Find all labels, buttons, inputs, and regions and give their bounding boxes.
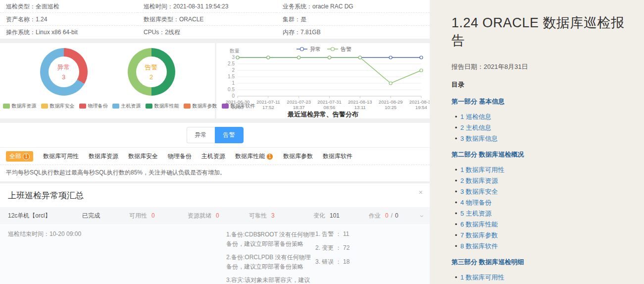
x-tick-time: 10:25 [385, 105, 396, 109]
info-field: 集群：是 [277, 13, 430, 26]
x-tick-date: 2021-08-29 [379, 99, 403, 105]
report-toc-panel: 1.24 ORACLE 数据库巡检报告 报告日期：2021年8月31日 目录 第… [431, 0, 644, 284]
legend-item: 数据库软件 [222, 103, 255, 110]
x-tick-time: 08:56 [324, 105, 336, 109]
filter-db-availability[interactable]: 数据库可用性 [43, 152, 79, 161]
info-field: 业务系统：oracle RAC DG [277, 0, 430, 13]
legend-item: 数据库参数 [184, 103, 217, 110]
stat-item: 1. 告警 ： 11 [315, 230, 422, 238]
y-tick-label: 1.5 [228, 74, 235, 79]
toc-link[interactable]: 3 数据库安全 [460, 188, 498, 195]
legend-item: 数据库安全 [41, 103, 75, 110]
table-row[interactable]: 12c单机【orcl】 已完成 可用性0 资源就绪0 可靠性3 变化101 作业… [0, 207, 430, 225]
filter-db-parameter[interactable]: 数据库参数 [283, 152, 313, 161]
issue-filter-card: 异常 告警 全部1 数据库可用性 数据库资源 数据库安全 物理备份 主机资源 数… [0, 123, 430, 181]
stat-item: 2. 变更 ： 72 [315, 244, 422, 252]
toc-link[interactable]: 1 巡检信息 [460, 113, 492, 120]
info-label: 巡检类型 [6, 3, 30, 10]
toc-link[interactable]: 1 数据库可用性 [460, 274, 504, 281]
inspection-info-card: 巡检类型：全面巡检 巡检时间：2021-08-31 19:54:23 业务系统：… [0, 0, 430, 39]
toc-link[interactable]: 7 数据库参数 [460, 231, 498, 239]
x-tick-date: 2021-08-13 [348, 99, 372, 105]
x-tick-date: 2021-07-23 [287, 99, 311, 105]
y-tick-label: 2 [232, 67, 235, 73]
info-field: CPUs：2线程 [138, 26, 277, 39]
legend-item: 主机资源 [112, 103, 141, 110]
findings-list: 1.备份:CDB$ROOT 没有任何物理备份，建议立即部署备份策略 2.备份:O… [226, 230, 315, 284]
series-legend[interactable]: 异常 [310, 46, 321, 52]
filter-physical-backup[interactable]: 物理备份 [168, 152, 192, 161]
legend-item: 数据库性能 [146, 103, 179, 110]
inspection-end-time: 巡检结束时间：10-20 09:00 [8, 230, 226, 284]
toc-link[interactable]: 2 数据库资源 [460, 177, 498, 184]
tab-abnormal[interactable]: 异常 [187, 127, 215, 143]
toc-section-title[interactable]: 第二部分 数据库巡检概况 [451, 150, 632, 159]
report-date: 报告日期：2021年8月31日 [451, 62, 632, 71]
chevron-down-icon[interactable]: › [419, 215, 427, 217]
legend-item: 数据库资源 [3, 103, 37, 110]
toc-link[interactable]: 2 主机信息 [460, 124, 492, 131]
toc-section-1: 第一部分 基本信息 1 巡检信息 2 主机信息 3 数据库信息 [451, 97, 632, 142]
y-axis-title: 数量 [229, 48, 240, 54]
toc-heading: 目录 [451, 80, 632, 89]
tab-alert[interactable]: 告警 [215, 127, 244, 143]
x-tick-time: 19:54 [415, 105, 427, 109]
info-field: 巡检类型：全面巡检 [0, 0, 138, 13]
filter-host-resource[interactable]: 主机资源 [201, 152, 225, 161]
report-title: 1.24 ORACLE 数据库巡检报告 [451, 14, 632, 50]
info-field: 操作系统：Linux x86 64-bit [0, 26, 138, 39]
inspection-summary-card: 上班巡检异常项汇总 × 12c单机【orcl】 已完成 可用性0 资源就绪0 可… [0, 183, 430, 284]
series-legend[interactable]: 告警 [341, 46, 351, 52]
toc-link[interactable]: 4 物理备份 [460, 199, 492, 206]
info-field: 资产名称：1.24 [0, 13, 138, 26]
count-badge: 1 [266, 153, 273, 160]
filter-db-security[interactable]: 数据库安全 [128, 152, 158, 161]
filter-db-performance[interactable]: 数据库性能1 [235, 152, 273, 161]
close-icon[interactable]: × [419, 188, 423, 196]
dashboard-panel: 巡检类型：全面巡检 巡检时间：2021-08-31 19:54:23 业务系统：… [0, 0, 431, 284]
toc-link[interactable]: 3 数据库信息 [460, 135, 498, 142]
x-tick-date: 2021-08-31 [409, 99, 430, 105]
category-legend: 数据库可用性 数据库资源 数据库安全 物理备份 主机资源 数据库性能 数据库参数… [0, 103, 215, 110]
info-field: 数据库类型：ORACLE [138, 13, 277, 26]
toc-link[interactable]: 1 数据库可用性 [460, 166, 504, 173]
stat-item: 3. 错误 ： 18 [315, 258, 422, 266]
y-tick-label: 0 [232, 93, 235, 99]
filter-db-software[interactable]: 数据库软件 [323, 152, 352, 161]
x-tick-date: 2021-07-31 [317, 99, 342, 105]
filter-db-resource[interactable]: 数据库资源 [89, 152, 118, 161]
toc-link[interactable]: 8 数据库软件 [460, 242, 498, 250]
toc-link[interactable]: 6 数据库性能 [460, 221, 498, 228]
finding-item: 1.备份:CDB$ROOT 没有任何物理备份，建议立即部署备份策略 [226, 230, 315, 248]
x-tick-time: 18:37 [293, 105, 305, 109]
toc-section-2: 第二部分 数据库巡检概况 1 数据库可用性 2 数据库资源 3 数据库安全 4 … [451, 150, 632, 250]
charts-row: 异常 3 告警 2 数据库可用性 数据库资源 数据 [0, 43, 430, 118]
filter-all[interactable]: 全部1 [6, 151, 33, 162]
donut-center-label: 异常 3 [49, 57, 79, 87]
donut-center-label: 告警 2 [136, 57, 167, 87]
stats-list: 1. 告警 ： 11 2. 变更 ： 72 3. 错误 ： 18 [315, 230, 422, 284]
x-tick-time: 13:11 [354, 105, 366, 109]
line-chart: 00.511.522.53数量2021-06-3009:032021-07-11… [216, 43, 430, 109]
y-tick-label: 2.5 [228, 61, 235, 66]
row-detail-panel: 巡检结束时间：10-20 09:00 1.备份:CDB$ROOT 没有任何物理备… [0, 225, 430, 284]
alert-message: 平均每秒SQL执行数超过最高每秒SQL执行数的85%，关注并确认负载是否有增加。 [0, 165, 430, 181]
toc-section-title[interactable]: 第一部分 基本信息 [451, 97, 632, 106]
info-value: 全面巡检 [36, 3, 59, 10]
y-tick-label: 0.5 [228, 87, 235, 92]
summary-title: 上班巡检异常项汇总 [0, 183, 430, 207]
line-chart-title: 最近巡检异常、告警分布 [216, 110, 430, 119]
y-tick-label: 3 [232, 55, 235, 60]
category-filter-row: 全部1 数据库可用性 数据库资源 数据库安全 物理备份 主机资源 数据库性能1 … [0, 148, 430, 165]
app-root: 巡检类型：全面巡检 巡检时间：2021-08-31 19:54:23 业务系统：… [0, 0, 644, 284]
issue-tabs: 异常 告警 [0, 123, 430, 148]
status-text: 已完成 [82, 212, 129, 220]
alert-donut-chart: 告警 2 [128, 48, 175, 96]
toc-section-title[interactable]: 第三部分 数据库巡检明细 [451, 258, 632, 267]
x-tick-time: 17:52 [262, 105, 274, 109]
toc-link[interactable]: 5 主机资源 [460, 210, 492, 217]
info-field: 内存：7.81GB [277, 26, 430, 39]
x-tick-date: 2021-07-11 [256, 99, 280, 105]
legend-item: 物理备份 [79, 103, 108, 110]
info-field: 巡检时间：2021-08-31 19:54:23 [138, 0, 277, 13]
